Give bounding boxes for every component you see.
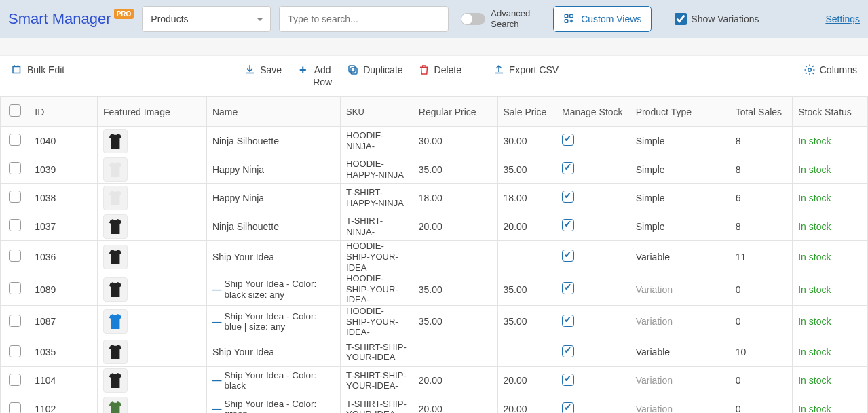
- row-checkbox[interactable]: [9, 315, 21, 327]
- cell-sale-price[interactable]: [497, 338, 556, 366]
- cell-total-sales[interactable]: 0: [730, 273, 793, 306]
- cell-name[interactable]: Ninja Silhouette: [206, 212, 340, 241]
- cell-stock-status[interactable]: In stock: [793, 273, 868, 306]
- cell-product-type[interactable]: Variable: [630, 241, 730, 273]
- cell-regular-price[interactable]: [413, 338, 497, 366]
- cell-name[interactable]: —Ship Your Idea - Color: black size: any: [206, 273, 340, 306]
- cell-name[interactable]: —Ship Your Idea - Color: green: [206, 395, 340, 413]
- cell-image[interactable]: [97, 338, 206, 366]
- cell-regular-price[interactable]: 35.00: [413, 305, 497, 338]
- cell-product-type[interactable]: Variable: [630, 338, 730, 366]
- cell-id[interactable]: 1036: [29, 241, 98, 273]
- cell-id[interactable]: 1038: [29, 184, 98, 212]
- manage-stock-checkbox[interactable]: [562, 134, 574, 146]
- manage-stock-checkbox[interactable]: [562, 374, 574, 386]
- cell-stock-status[interactable]: In stock: [793, 305, 868, 338]
- col-featured-image[interactable]: Featured Image: [97, 97, 206, 127]
- cell-stock-status[interactable]: In stock: [793, 338, 868, 366]
- cell-sale-price[interactable]: 18.00: [497, 184, 556, 212]
- cell-product-type[interactable]: Variation: [630, 305, 730, 338]
- cell-id[interactable]: 1102: [29, 395, 98, 413]
- cell-image[interactable]: [97, 212, 206, 241]
- row-checkbox[interactable]: [9, 374, 21, 386]
- cell-stock-status[interactable]: In stock: [793, 241, 868, 273]
- cell-sku[interactable]: T-SHIRT-SHIP-YOUR-IDEA-: [341, 395, 413, 413]
- cell-total-sales[interactable]: 6: [730, 184, 793, 212]
- cell-total-sales[interactable]: 0: [730, 305, 793, 338]
- cell-manage-stock[interactable]: [556, 184, 630, 212]
- cell-total-sales[interactable]: 11: [730, 241, 793, 273]
- row-checkbox[interactable]: [9, 134, 21, 146]
- cell-regular-price[interactable]: 20.00: [413, 212, 497, 241]
- cell-sku[interactable]: T-SHIRT-HAPPY-NINJA: [341, 184, 413, 212]
- cell-manage-stock[interactable]: [556, 395, 630, 413]
- cell-id[interactable]: 1104: [29, 366, 98, 395]
- cell-image[interactable]: [97, 155, 206, 184]
- cell-image[interactable]: [97, 127, 206, 155]
- cell-regular-price[interactable]: 35.00: [413, 155, 497, 184]
- cell-sku[interactable]: T-SHIRT-SHIP-YOUR-IDEA-: [341, 366, 413, 395]
- row-checkbox[interactable]: [9, 250, 21, 262]
- add-row-button[interactable]: + AddRow: [297, 64, 332, 88]
- cell-image[interactable]: [97, 305, 206, 338]
- col-stock-status[interactable]: Stock Status: [793, 97, 868, 127]
- cell-total-sales[interactable]: 8: [730, 155, 793, 184]
- manage-stock-checkbox[interactable]: [562, 402, 574, 413]
- cell-product-type[interactable]: Simple: [630, 212, 730, 241]
- cell-stock-status[interactable]: In stock: [793, 212, 868, 241]
- cell-name[interactable]: Happy Ninja: [206, 155, 340, 184]
- cell-sku[interactable]: T-SHIRT-SHIP-YOUR-IDEA: [341, 338, 413, 366]
- cell-name[interactable]: —Ship Your Idea - Color: black: [206, 366, 340, 395]
- cell-id[interactable]: 1035: [29, 338, 98, 366]
- manage-stock-checkbox[interactable]: [562, 191, 574, 203]
- cell-manage-stock[interactable]: [556, 338, 630, 366]
- cell-name[interactable]: —Ship Your Idea - Color: blue | size: an…: [206, 305, 340, 338]
- cell-product-type[interactable]: Variation: [630, 395, 730, 413]
- cell-regular-price[interactable]: 30.00: [413, 127, 497, 155]
- cell-total-sales[interactable]: 8: [730, 212, 793, 241]
- manage-stock-checkbox[interactable]: [562, 162, 574, 174]
- col-sku[interactable]: SKU: [341, 97, 413, 127]
- show-variations-checkbox[interactable]: Show Variations: [675, 13, 759, 25]
- save-button[interactable]: Save: [244, 64, 282, 88]
- cell-stock-status[interactable]: In stock: [793, 395, 868, 413]
- row-checkbox[interactable]: [9, 402, 21, 413]
- cell-image[interactable]: [97, 241, 206, 273]
- cell-regular-price[interactable]: 35.00: [413, 273, 497, 306]
- cell-stock-status[interactable]: In stock: [793, 155, 868, 184]
- cell-manage-stock[interactable]: [556, 366, 630, 395]
- row-checkbox[interactable]: [9, 282, 21, 294]
- cell-id[interactable]: 1087: [29, 305, 98, 338]
- row-checkbox[interactable]: [9, 191, 21, 203]
- cell-id[interactable]: 1039: [29, 155, 98, 184]
- cell-sku[interactable]: HOODIE-SHIP-YOUR-IDEA-: [341, 273, 413, 306]
- export-csv-button[interactable]: Export CSV: [493, 64, 559, 88]
- cell-product-type[interactable]: Simple: [630, 155, 730, 184]
- cell-regular-price[interactable]: 18.00: [413, 184, 497, 212]
- cell-manage-stock[interactable]: [556, 127, 630, 155]
- cell-sale-price[interactable]: 30.00: [497, 127, 556, 155]
- cell-manage-stock[interactable]: [556, 212, 630, 241]
- col-name[interactable]: Name: [206, 97, 340, 127]
- cell-sale-price[interactable]: [497, 241, 556, 273]
- cell-product-type[interactable]: Simple: [630, 127, 730, 155]
- cell-sale-price[interactable]: 35.00: [497, 305, 556, 338]
- cell-name[interactable]: Happy Ninja: [206, 184, 340, 212]
- cell-product-type[interactable]: Variation: [630, 273, 730, 306]
- dashboard-dropdown[interactable]: Products: [142, 6, 271, 32]
- col-total-sales[interactable]: Total Sales: [730, 97, 793, 127]
- delete-button[interactable]: Delete: [418, 64, 461, 88]
- cell-name[interactable]: Ship Your Idea: [206, 338, 340, 366]
- cell-id[interactable]: 1040: [29, 127, 98, 155]
- cell-manage-stock[interactable]: [556, 273, 630, 306]
- cell-image[interactable]: [97, 395, 206, 413]
- cell-sale-price[interactable]: 35.00: [497, 155, 556, 184]
- cell-sale-price[interactable]: 20.00: [497, 395, 556, 413]
- col-product-type[interactable]: Product Type: [630, 97, 730, 127]
- cell-sku[interactable]: HOODIE-NINJA-: [341, 127, 413, 155]
- columns-button[interactable]: Columns: [804, 64, 857, 76]
- cell-stock-status[interactable]: In stock: [793, 184, 868, 212]
- cell-sku[interactable]: HOODIE-SHIP-YOUR-IDEA-: [341, 305, 413, 338]
- cell-id[interactable]: 1089: [29, 273, 98, 306]
- cell-id[interactable]: 1037: [29, 212, 98, 241]
